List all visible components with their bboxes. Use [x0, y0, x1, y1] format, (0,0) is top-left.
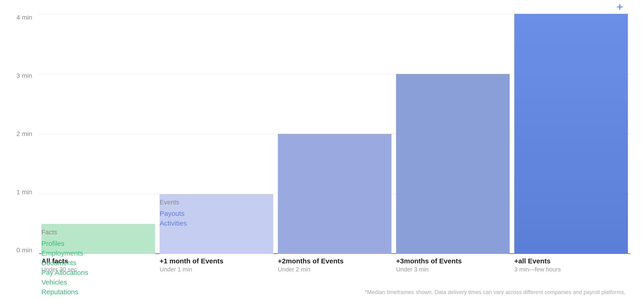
x-label-1month: +1 month of Events Under 1 min: [157, 254, 276, 281]
x-label-main-all-events: +all Events: [514, 257, 628, 265]
bars-container: Facts Profiles Employments Documents Pay…: [39, 14, 630, 254]
chart-area: 4 min 3 min 2 min 1 min 0 min: [14, 14, 630, 281]
bar-all-events: +: [514, 14, 628, 254]
chart-container: 4 min 3 min 2 min 1 min 0 min: [14, 14, 630, 281]
fact-item-profiles: Profiles: [42, 240, 134, 247]
y-label-1min: 1 min: [14, 189, 37, 196]
bar-group-1month: Events Payouts Activities: [157, 14, 276, 254]
x-label-2months: +2months of Events Under 2 min: [276, 254, 394, 281]
fact-item-employments: Employments: [42, 249, 134, 257]
y-label-2min: 2 min: [14, 130, 37, 137]
bar-all-facts: Facts Profiles Employments Documents Pay…: [42, 224, 155, 254]
x-label-sub-1month: Under 1 min: [160, 266, 273, 273]
x-label-all-facts: All facts Under 30 sec: [39, 254, 157, 281]
fact-item-vehicles: Vehicles: [42, 278, 134, 286]
y-label-3min: 3 min: [14, 72, 37, 79]
facts-box: Facts Profiles Employments Documents Pay…: [42, 229, 134, 233]
x-label-sub-all-events: 3 min—few hours: [514, 266, 628, 273]
y-label-0min: 0 min: [14, 247, 37, 254]
bar-group-all-events: +: [512, 14, 630, 254]
event-item-payouts: Payouts: [160, 210, 240, 218]
x-label-main-1month: +1 month of Events: [160, 257, 273, 265]
x-axis: All facts Under 30 sec +1 month of Event…: [39, 254, 630, 281]
bar-2months: [278, 134, 392, 254]
events-box: Events Payouts Activities: [160, 199, 240, 203]
x-label-all-events: +all Events 3 min—few hours: [512, 254, 630, 281]
bar-3months: [396, 74, 510, 254]
fact-item-reputations: Reputations: [42, 288, 134, 296]
bar-group-2months: [276, 14, 394, 254]
x-label-3months: +3months of Events Under 3 min: [394, 254, 512, 281]
y-axis: 4 min 3 min 2 min 1 min 0 min: [14, 14, 37, 254]
bar-group-3months: [394, 14, 512, 254]
event-item-activities: Activities: [160, 219, 240, 227]
plus-icon: +: [616, 0, 623, 14]
x-label-main-3months: +3months of Events: [396, 257, 510, 265]
x-label-sub-3months: Under 3 min: [396, 266, 510, 273]
bar-group-all-facts: Facts Profiles Employments Documents Pay…: [39, 14, 157, 254]
events-header: Events: [160, 199, 240, 206]
facts-header: Facts: [42, 229, 134, 236]
footer-note: *Median timeframes shown. Data delivery …: [365, 289, 626, 295]
fact-item-documents: Documents: [42, 259, 134, 267]
y-label-4min: 4 min: [14, 14, 37, 21]
plot-area: Facts Profiles Employments Documents Pay…: [39, 14, 630, 254]
x-label-sub-2months: Under 2 min: [278, 266, 392, 273]
fact-item-pay-allocations: Pay Allocations: [42, 269, 134, 276]
x-label-main-2months: +2months of Events: [278, 257, 392, 265]
bar-1month: Events Payouts Activities: [160, 194, 273, 254]
